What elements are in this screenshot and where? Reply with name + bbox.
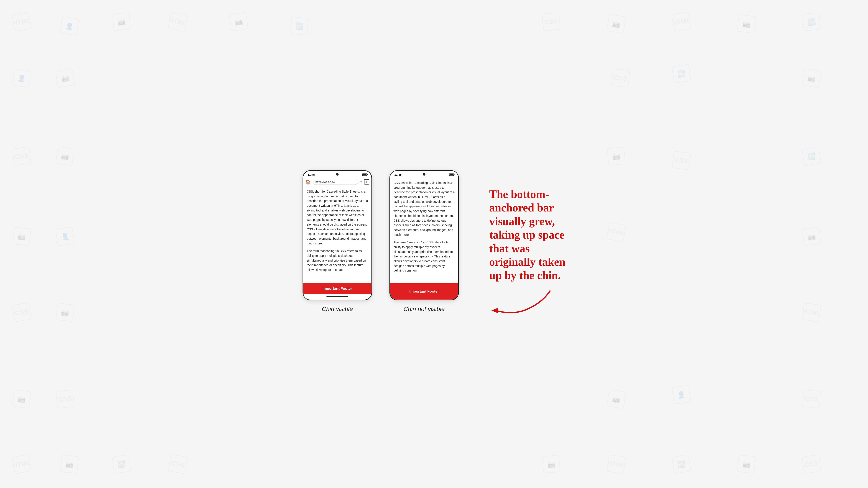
phone-content-2: CSS, short for Cascading Style Sheets, i… [390,177,458,283]
deco-icon-31: HTML [12,454,32,474]
url-bar[interactable]: https://web.dev/ [312,179,358,185]
deco-icon-2: 📷 [112,12,131,31]
deco-icon-39: CSS [802,454,821,474]
deco-html-1: HTML [12,12,32,32]
arrow-container [489,287,559,318]
svg-marker-0 [491,308,498,313]
deco-icon-20: 👤 [55,227,75,246]
phone-chin-not-visible: 11:45 CSS, short for Cascading Style She… [389,170,459,300]
content-para-2-2: The term "cascading" in CSS refers to it… [394,240,455,273]
annotation-container: The bottom-anchored barvisually grew,tak… [489,188,565,318]
deco-icon-17: CSS [672,151,691,170]
home-button[interactable]: 🏠 [305,179,311,184]
status-time-2: 11:45 [394,173,401,176]
annotation-arrow [489,287,559,317]
deco-icon-36: HTML [607,454,626,474]
deco-icon-38: 📷 [737,455,756,474]
phone-content-1: CSS, short for Cascading Style Sheets, i… [303,186,371,283]
deco-icon-5: CSS [541,12,561,31]
deco-icon-25: HTML [802,302,822,322]
chin-indicator [327,296,348,297]
deco-icon-26: 📷 [12,389,31,409]
deco-icon-24: 📷 [55,302,75,322]
deco-icon-19: 📷 [12,227,31,246]
deco-icon-37: 🔤 [672,454,691,474]
annotation-text: The bottom-anchored barvisually grew,tak… [489,188,565,282]
deco-icon-18: 🔤 [802,146,822,166]
phone-chin-not-visible-wrapper: 11:45 CSS, short for Cascading Style She… [389,170,459,313]
deco-html-2: HTML [168,11,188,32]
content-para-1-1: CSS, short for Cascading Style Sheets, i… [307,189,368,246]
deco-icon-15: 📷 [55,146,75,166]
battery-icon-2 [449,173,454,176]
deco-icon-7: 📷 [737,14,756,33]
deco-icon-30: CSS [802,390,821,409]
phone-chin-bar [303,294,371,300]
main-content: 11:45 🏠 https://web.dev/ + 5 CSS, short … [303,170,565,318]
deco-icon-35: 📷 [542,455,561,474]
phone-chin-visible: 11:45 🏠 https://web.dev/ + 5 CSS, short … [303,170,372,300]
deco-icon-1: 👤 [60,16,79,36]
new-tab-button[interactable]: + [360,180,362,184]
deco-icon-4: 🔤 [290,17,309,36]
deco-icon-6: 📷 [606,14,626,34]
phone-chin-visible-wrapper: 11:45 🏠 https://web.dev/ + 5 CSS, short … [303,170,372,313]
deco-icon-28: 📷 [606,389,626,409]
content-para-2-1: CSS, short for Cascading Style Sheets, i… [394,181,455,237]
status-bar-1: 11:45 [303,171,371,177]
deco-icon-16: 📷 [607,147,626,166]
deco-icon-34: CSS [168,454,188,474]
caption-chin-visible: Chin visible [322,305,353,313]
deco-icon-9: 👤 [12,68,31,88]
deco-icon-27: CSS [56,390,75,409]
deco-html-3: HTML [671,11,692,32]
deco-icon-14: CSS [12,147,31,166]
content-para-1-2: The term "cascading" in CSS refers to it… [307,249,368,272]
deco-icon-3: 📷 [229,12,248,31]
battery-icon-1 [362,173,367,176]
deco-icon-13: 📷 [802,68,822,88]
status-time-1: 11:45 [308,173,315,176]
deco-icon-8: 🔤 [802,12,821,31]
address-bar-row: 🏠 https://web.dev/ + 5 [303,177,371,186]
camera-notch-2 [423,173,425,176]
deco-icon-22: 📷 [802,227,821,246]
deco-icon-32: 📷 [60,455,79,474]
deco-icon-29: 👤 [672,385,691,404]
deco-icon-33: 🔤 [112,454,131,474]
deco-icon-23: CSS [12,302,32,322]
status-right-2 [449,173,454,176]
camera-notch-1 [336,173,339,176]
annotation-line-originally-taken: originally taken [489,256,565,268]
annotation-line-that-was: that was [489,242,529,254]
deco-icon-12: 🔤 [672,64,691,84]
phone-footer-2: Important Footer [390,283,458,300]
status-right-1 [362,173,367,176]
tab-count[interactable]: 5 [364,179,369,184]
deco-icon-11: CSS [611,69,630,88]
phone-footer-1: Important Footer [303,283,371,294]
status-bar-2: 11:45 [390,171,458,177]
deco-icon-21: HTML [606,222,626,242]
caption-chin-not-visible: Chin not visible [404,305,445,313]
deco-icon-10: 📷 [55,68,75,88]
